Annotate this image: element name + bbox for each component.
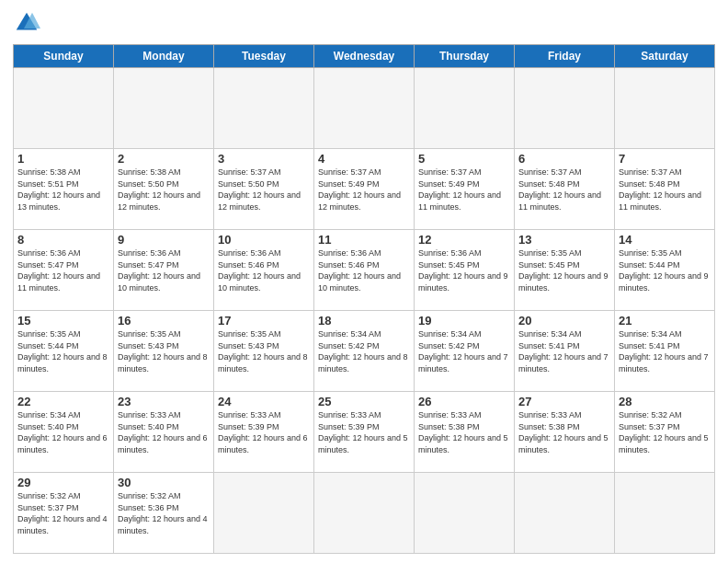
calendar-header-row: Sunday Monday Tuesday Wednesday Thursday… — [14, 45, 715, 68]
day-number: 25 — [318, 395, 410, 408]
col-saturday: Saturday — [615, 45, 715, 68]
day-info: Sunrise: 5:34 AMSunset: 5:40 PMDaylight:… — [17, 409, 109, 455]
page: Sunday Monday Tuesday Wednesday Thursday… — [0, 0, 728, 563]
table-cell: 10 Sunrise: 5:36 AMSunset: 5:46 PMDaylig… — [214, 230, 314, 311]
logo-icon — [13, 9, 40, 37]
table-cell: 12 Sunrise: 5:36 AMSunset: 5:45 PMDaylig… — [415, 230, 515, 311]
day-info: Sunrise: 5:36 AMSunset: 5:47 PMDaylight:… — [17, 247, 109, 293]
day-number: 6 — [518, 152, 610, 166]
day-info: Sunrise: 5:37 AMSunset: 5:48 PMDaylight:… — [619, 167, 711, 213]
day-number: 20 — [518, 314, 610, 327]
day-number: 19 — [418, 314, 510, 327]
col-tuesday: Tuesday — [214, 45, 314, 68]
table-cell: 29 Sunrise: 5:32 AMSunset: 5:37 PMDaylig… — [14, 473, 114, 554]
table-cell: 19 Sunrise: 5:34 AMSunset: 5:42 PMDaylig… — [415, 311, 515, 392]
day-info: Sunrise: 5:32 AMSunset: 5:37 PMDaylight:… — [619, 409, 711, 455]
table-cell — [214, 68, 314, 149]
table-cell: 15 Sunrise: 5:35 AMSunset: 5:44 PMDaylig… — [14, 311, 114, 392]
day-info: Sunrise: 5:37 AMSunset: 5:48 PMDaylight:… — [518, 167, 610, 213]
day-number: 15 — [17, 314, 109, 327]
day-number: 4 — [318, 152, 410, 166]
day-number: 5 — [418, 152, 510, 166]
day-number: 1 — [17, 152, 109, 166]
table-cell: 22 Sunrise: 5:34 AMSunset: 5:40 PMDaylig… — [14, 392, 114, 473]
table-cell — [515, 68, 615, 149]
calendar-table: Sunday Monday Tuesday Wednesday Thursday… — [13, 44, 715, 554]
day-number: 26 — [418, 395, 510, 408]
table-cell: 20 Sunrise: 5:34 AMSunset: 5:41 PMDaylig… — [515, 311, 615, 392]
day-info: Sunrise: 5:36 AMSunset: 5:45 PMDaylight:… — [418, 247, 510, 293]
day-info: Sunrise: 5:37 AMSunset: 5:49 PMDaylight:… — [318, 167, 410, 213]
col-thursday: Thursday — [415, 45, 515, 68]
table-cell — [615, 473, 715, 554]
day-number: 18 — [318, 314, 410, 327]
table-cell: 1 Sunrise: 5:38 AMSunset: 5:51 PMDayligh… — [14, 149, 114, 230]
day-number: 7 — [619, 152, 711, 166]
day-info: Sunrise: 5:38 AMSunset: 5:50 PMDaylight:… — [118, 167, 210, 213]
table-cell: 2 Sunrise: 5:38 AMSunset: 5:50 PMDayligh… — [114, 149, 214, 230]
table-cell — [214, 473, 314, 554]
col-wednesday: Wednesday — [314, 45, 415, 68]
table-cell — [314, 473, 415, 554]
logo — [13, 9, 44, 37]
table-cell: 3 Sunrise: 5:37 AMSunset: 5:50 PMDayligh… — [214, 149, 314, 230]
day-info: Sunrise: 5:34 AMSunset: 5:41 PMDaylight:… — [619, 328, 711, 374]
day-number: 24 — [218, 395, 310, 408]
day-info: Sunrise: 5:35 AMSunset: 5:43 PMDaylight:… — [118, 328, 210, 374]
day-number: 22 — [17, 395, 109, 408]
day-info: Sunrise: 5:33 AMSunset: 5:39 PMDaylight:… — [318, 409, 410, 455]
day-number: 16 — [118, 314, 210, 327]
table-cell: 5 Sunrise: 5:37 AMSunset: 5:49 PMDayligh… — [415, 149, 515, 230]
table-cell: 24 Sunrise: 5:33 AMSunset: 5:39 PMDaylig… — [214, 392, 314, 473]
day-number: 14 — [619, 233, 711, 247]
table-cell: 28 Sunrise: 5:32 AMSunset: 5:37 PMDaylig… — [615, 392, 715, 473]
day-info: Sunrise: 5:36 AMSunset: 5:46 PMDaylight:… — [218, 247, 310, 293]
table-cell: 4 Sunrise: 5:37 AMSunset: 5:49 PMDayligh… — [314, 149, 415, 230]
table-cell — [114, 68, 214, 149]
table-cell: 21 Sunrise: 5:34 AMSunset: 5:41 PMDaylig… — [615, 311, 715, 392]
table-cell: 23 Sunrise: 5:33 AMSunset: 5:40 PMDaylig… — [114, 392, 214, 473]
day-number: 29 — [17, 476, 109, 489]
table-cell: 17 Sunrise: 5:35 AMSunset: 5:43 PMDaylig… — [214, 311, 314, 392]
day-info: Sunrise: 5:35 AMSunset: 5:43 PMDaylight:… — [218, 328, 310, 374]
day-info: Sunrise: 5:38 AMSunset: 5:51 PMDaylight:… — [17, 167, 109, 213]
day-info: Sunrise: 5:34 AMSunset: 5:42 PMDaylight:… — [318, 328, 410, 374]
day-number: 27 — [518, 395, 610, 408]
table-cell — [515, 473, 615, 554]
day-number: 11 — [318, 233, 410, 247]
day-info: Sunrise: 5:33 AMSunset: 5:38 PMDaylight:… — [418, 409, 510, 455]
day-number: 3 — [218, 152, 310, 166]
col-monday: Monday — [114, 45, 214, 68]
day-number: 2 — [118, 152, 210, 166]
day-info: Sunrise: 5:36 AMSunset: 5:47 PMDaylight:… — [118, 247, 210, 293]
table-cell — [314, 68, 415, 149]
table-cell — [615, 68, 715, 149]
day-number: 28 — [619, 395, 711, 408]
table-cell: 9 Sunrise: 5:36 AMSunset: 5:47 PMDayligh… — [114, 230, 214, 311]
day-number: 21 — [619, 314, 711, 327]
table-cell: 27 Sunrise: 5:33 AMSunset: 5:38 PMDaylig… — [515, 392, 615, 473]
table-cell: 7 Sunrise: 5:37 AMSunset: 5:48 PMDayligh… — [615, 149, 715, 230]
table-cell: 18 Sunrise: 5:34 AMSunset: 5:42 PMDaylig… — [314, 311, 415, 392]
table-cell: 26 Sunrise: 5:33 AMSunset: 5:38 PMDaylig… — [415, 392, 515, 473]
col-friday: Friday — [515, 45, 615, 68]
day-number: 8 — [17, 233, 109, 247]
day-number: 12 — [418, 233, 510, 247]
day-info: Sunrise: 5:32 AMSunset: 5:37 PMDaylight:… — [17, 490, 109, 536]
table-cell: 11 Sunrise: 5:36 AMSunset: 5:46 PMDaylig… — [314, 230, 415, 311]
day-info: Sunrise: 5:37 AMSunset: 5:49 PMDaylight:… — [418, 167, 510, 213]
table-cell: 8 Sunrise: 5:36 AMSunset: 5:47 PMDayligh… — [14, 230, 114, 311]
day-number: 30 — [118, 476, 210, 489]
table-cell: 30 Sunrise: 5:32 AMSunset: 5:36 PMDaylig… — [114, 473, 214, 554]
header — [13, 9, 715, 37]
day-info: Sunrise: 5:33 AMSunset: 5:40 PMDaylight:… — [118, 409, 210, 455]
day-info: Sunrise: 5:35 AMSunset: 5:45 PMDaylight:… — [518, 247, 610, 293]
table-cell: 13 Sunrise: 5:35 AMSunset: 5:45 PMDaylig… — [515, 230, 615, 311]
day-number: 17 — [218, 314, 310, 327]
day-info: Sunrise: 5:36 AMSunset: 5:46 PMDaylight:… — [318, 247, 410, 293]
day-number: 13 — [518, 233, 610, 247]
day-info: Sunrise: 5:34 AMSunset: 5:41 PMDaylight:… — [518, 328, 610, 374]
table-cell: 6 Sunrise: 5:37 AMSunset: 5:48 PMDayligh… — [515, 149, 615, 230]
table-cell — [14, 68, 114, 149]
day-info: Sunrise: 5:33 AMSunset: 5:38 PMDaylight:… — [518, 409, 610, 455]
